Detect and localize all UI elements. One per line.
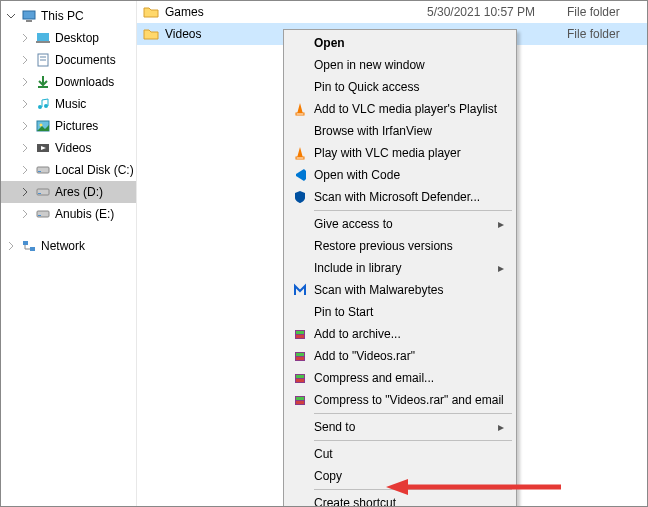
svg-rect-3 <box>36 41 50 43</box>
ctx-rar-compress-videos-email[interactable]: Compress to "Videos.rar" and email <box>286 389 514 411</box>
svg-rect-17 <box>37 211 49 217</box>
svg-rect-16 <box>38 193 41 194</box>
vscode-icon <box>290 167 310 183</box>
svg-rect-14 <box>38 171 41 172</box>
separator <box>314 440 512 441</box>
tree-local-disk-c[interactable]: Local Disk (C:) <box>1 159 136 181</box>
chevron-right-icon <box>19 120 31 132</box>
file-type: File folder <box>567 27 647 41</box>
svg-rect-30 <box>296 375 304 378</box>
tree-videos[interactable]: Videos <box>1 137 136 159</box>
folder-icon <box>143 4 159 20</box>
navigation-tree: This PC Desktop Documents Downloads Musi… <box>1 1 137 506</box>
chevron-right-icon <box>19 32 31 44</box>
vlc-icon <box>290 101 310 117</box>
defender-icon <box>290 189 310 205</box>
tree-label: Videos <box>55 141 91 155</box>
svg-rect-34 <box>296 401 304 404</box>
winrar-icon <box>290 392 310 408</box>
tree-downloads[interactable]: Downloads <box>1 71 136 93</box>
tree-music[interactable]: Music <box>1 93 136 115</box>
tree-label: This PC <box>41 9 84 23</box>
winrar-icon <box>290 326 310 342</box>
tree-label: Music <box>55 97 86 111</box>
disk-icon <box>35 206 51 222</box>
file-date: 5/30/2021 10:57 PM <box>427 5 567 19</box>
disk-icon <box>35 162 51 178</box>
chevron-right-icon <box>19 54 31 66</box>
ctx-open-new-window[interactable]: Open in new window <box>286 54 514 76</box>
tree-label: Ares (D:) <box>55 185 103 199</box>
file-row[interactable]: Games 5/30/2021 10:57 PM File folder <box>137 1 647 23</box>
music-icon <box>35 96 51 112</box>
ctx-give-access[interactable]: Give access to▸ <box>286 213 514 235</box>
tree-label: Network <box>41 239 85 253</box>
svg-rect-0 <box>23 11 35 19</box>
desktop-icon <box>35 30 51 46</box>
ctx-malwarebytes[interactable]: Scan with Malwarebytes <box>286 279 514 301</box>
pictures-icon <box>35 118 51 134</box>
tree-label: Anubis (E:) <box>55 207 114 221</box>
svg-rect-31 <box>296 379 304 382</box>
videos-icon <box>35 140 51 156</box>
svg-rect-22 <box>296 157 304 159</box>
winrar-icon <box>290 348 310 364</box>
tree-pictures[interactable]: Pictures <box>1 115 136 137</box>
tree-desktop[interactable]: Desktop <box>1 27 136 49</box>
separator <box>314 210 512 211</box>
ctx-open-code[interactable]: Open with Code <box>286 164 514 186</box>
chevron-right-icon <box>19 142 31 154</box>
ctx-vlc-play[interactable]: Play with VLC media player <box>286 142 514 164</box>
svg-point-8 <box>38 105 42 109</box>
chevron-right-icon <box>5 240 17 252</box>
chevron-right-icon <box>19 76 31 88</box>
chevron-right-icon <box>19 164 31 176</box>
tree-ares-d[interactable]: Ares (D:) <box>1 181 136 203</box>
ctx-send-to[interactable]: Send to▸ <box>286 416 514 438</box>
ctx-defender[interactable]: Scan with Microsoft Defender... <box>286 186 514 208</box>
pc-icon <box>21 8 37 24</box>
svg-rect-1 <box>26 20 32 22</box>
separator <box>314 489 512 490</box>
tree-label: Desktop <box>55 31 99 45</box>
ctx-cut[interactable]: Cut <box>286 443 514 465</box>
svg-rect-24 <box>296 331 304 334</box>
ctx-pin-start[interactable]: Pin to Start <box>286 301 514 323</box>
malwarebytes-icon <box>290 282 310 298</box>
chevron-down-icon <box>5 10 17 22</box>
svg-rect-27 <box>296 353 304 356</box>
disk-icon <box>35 184 51 200</box>
downloads-icon <box>35 74 51 90</box>
tree-anubis-e[interactable]: Anubis (E:) <box>1 203 136 225</box>
ctx-restore-previous[interactable]: Restore previous versions <box>286 235 514 257</box>
ctx-create-shortcut[interactable]: Create shortcut <box>286 492 514 507</box>
folder-icon <box>143 26 159 42</box>
ctx-vlc-playlist[interactable]: Add to VLC media player's Playlist <box>286 98 514 120</box>
ctx-rar-compress-email[interactable]: Compress and email... <box>286 367 514 389</box>
chevron-right-icon <box>19 186 31 198</box>
svg-rect-21 <box>296 113 304 115</box>
tree-label: Local Disk (C:) <box>55 163 134 177</box>
tree-label: Documents <box>55 53 116 67</box>
tree-documents[interactable]: Documents <box>1 49 136 71</box>
ctx-copy[interactable]: Copy <box>286 465 514 487</box>
ctx-rar-add-videos[interactable]: Add to "Videos.rar" <box>286 345 514 367</box>
submenu-arrow-icon: ▸ <box>498 261 514 275</box>
ctx-irfanview[interactable]: Browse with IrfanView <box>286 120 514 142</box>
ctx-open[interactable]: Open <box>286 32 514 54</box>
submenu-arrow-icon: ▸ <box>498 217 514 231</box>
tree-this-pc[interactable]: This PC <box>1 5 136 27</box>
vlc-icon <box>290 145 310 161</box>
context-menu: Open Open in new window Pin to Quick acc… <box>283 29 517 507</box>
ctx-pin-quick-access[interactable]: Pin to Quick access <box>286 76 514 98</box>
documents-icon <box>35 52 51 68</box>
svg-rect-18 <box>38 215 41 216</box>
tree-label: Pictures <box>55 119 98 133</box>
ctx-include-library[interactable]: Include in library▸ <box>286 257 514 279</box>
winrar-icon <box>290 370 310 386</box>
tree-network[interactable]: Network <box>1 235 136 257</box>
separator <box>314 413 512 414</box>
svg-point-9 <box>44 104 48 108</box>
ctx-rar-add-archive[interactable]: Add to archive... <box>286 323 514 345</box>
submenu-arrow-icon: ▸ <box>498 420 514 434</box>
